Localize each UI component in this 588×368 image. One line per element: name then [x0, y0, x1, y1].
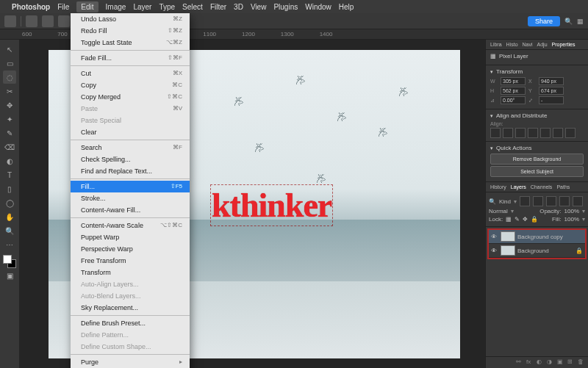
search-icon[interactable]: 🔍	[564, 18, 573, 25]
tab-histogram[interactable]: Histo	[506, 42, 518, 47]
menu-image[interactable]: Image	[106, 3, 126, 11]
width-input[interactable]	[501, 77, 526, 85]
mode-icon[interactable]	[42, 15, 54, 27]
tab-adjustments[interactable]: Adju	[537, 42, 548, 47]
mode-icon-2[interactable]	[58, 15, 70, 27]
lock-pixel-icon[interactable]: ✎	[514, 216, 520, 223]
zoom-tool-icon[interactable]: 🔍	[3, 224, 16, 237]
menu-3d[interactable]: 3D	[234, 3, 243, 11]
menu-item[interactable]: Fill...⇧F5	[71, 181, 190, 192]
new-layer-icon[interactable]: ⊞	[567, 358, 575, 366]
visibility-icon[interactable]: 👁	[491, 248, 498, 254]
menu-item[interactable]: Transform	[71, 267, 190, 278]
menu-item[interactable]: Copy Merged⇧⌘C	[71, 91, 190, 103]
align-top-icon[interactable]	[528, 128, 538, 138]
menu-item[interactable]: Define Brush Preset...	[71, 317, 190, 329]
align-left-icon[interactable]	[490, 128, 501, 138]
filter-pixel-icon[interactable]	[520, 196, 530, 206]
menu-item[interactable]: Copy⌘C	[71, 79, 190, 91]
tab-layers[interactable]: Layers	[511, 184, 526, 190]
menu-item[interactable]: Stroke...	[71, 192, 190, 204]
eraser-tool-icon[interactable]: ⌫	[3, 140, 16, 154]
filter-smart-icon[interactable]	[573, 196, 583, 206]
tab-navigator[interactable]: Navi	[523, 42, 533, 47]
skew-input[interactable]	[539, 96, 564, 104]
menu-item[interactable]: Clear	[71, 126, 190, 138]
filter-adjust-icon[interactable]	[533, 196, 543, 206]
menu-item[interactable]: Perspective Warp	[71, 243, 190, 255]
menu-select[interactable]: Select	[182, 3, 203, 11]
lock-trans-icon[interactable]: ▦	[506, 216, 512, 223]
menu-view[interactable]: View	[251, 3, 267, 11]
mask-icon[interactable]: ◐	[537, 358, 544, 366]
tab-history[interactable]: History	[490, 184, 506, 190]
align-right-icon[interactable]	[515, 128, 526, 138]
trash-icon[interactable]: 🗑	[578, 358, 585, 366]
chevron-down-icon[interactable]: ▾	[490, 69, 493, 75]
y-input[interactable]	[539, 87, 564, 95]
menu-edit[interactable]: Edit	[76, 1, 98, 12]
gradient-tool-icon[interactable]: ◐	[3, 154, 16, 167]
marquee-tool-icon[interactable]: ▭	[3, 57, 16, 70]
layer-name[interactable]: Background copy	[517, 234, 563, 240]
menu-layer[interactable]: Layer	[133, 3, 151, 11]
visibility-icon[interactable]: 👁	[491, 234, 498, 240]
align-vcenter-icon[interactable]	[540, 128, 551, 138]
healing-tool-icon[interactable]: ✦	[3, 112, 16, 126]
type-tool-icon[interactable]: T	[3, 168, 16, 181]
x-input[interactable]	[539, 77, 564, 85]
lock-all-icon[interactable]: 🔒	[531, 216, 538, 223]
menu-item[interactable]: Check Spelling...	[71, 154, 190, 165]
layer-row[interactable]: 👁 Background 🔒	[489, 244, 585, 258]
share-button[interactable]: Share	[528, 16, 560, 26]
menu-item[interactable]: Search⌘F	[71, 142, 190, 154]
hand-tool-icon[interactable]: ✋	[3, 210, 16, 223]
link-icon[interactable]: ⚯	[516, 358, 523, 366]
menu-item[interactable]: Redo Fill⇧⌘Z	[71, 25, 190, 37]
quick-mask-icon[interactable]: ▣	[3, 269, 16, 282]
tab-libraries[interactable]: Libra	[490, 42, 502, 47]
workspace-icon[interactable]: ▦	[577, 18, 584, 25]
menu-plugins[interactable]: Plugins	[273, 3, 298, 11]
align-bottom-icon[interactable]	[553, 128, 563, 138]
menu-type[interactable]: Type	[159, 3, 175, 11]
menu-item[interactable]: Purge▸	[71, 356, 190, 368]
move-tool-icon[interactable]: ↖	[3, 43, 16, 56]
fill-value[interactable]: 100%	[564, 216, 579, 223]
crop-tool-icon[interactable]: ✂	[3, 84, 16, 98]
menu-item[interactable]: Free Transform	[71, 255, 190, 267]
pen-tool-icon[interactable]: ▯	[3, 182, 16, 195]
blend-mode-select[interactable]: Normal	[489, 208, 508, 214]
menu-item[interactable]: Puppet Warp	[71, 231, 190, 243]
layer-row[interactable]: 👁 Background copy	[489, 230, 585, 244]
edit-toolbar-icon[interactable]: ⋯	[3, 238, 16, 251]
group-icon[interactable]: ▣	[557, 358, 564, 366]
tab-paths[interactable]: Paths	[556, 184, 570, 190]
brush-tool-icon[interactable]: ✎	[3, 126, 16, 140]
menu-window[interactable]: Window	[305, 3, 331, 11]
shape-tool-icon[interactable]: ◯	[3, 196, 16, 209]
menu-item[interactable]: Sky Replacement...	[71, 302, 190, 314]
remove-background-button[interactable]: Remove Background	[490, 154, 584, 165]
height-input[interactable]	[501, 87, 526, 95]
tool-preset-icon[interactable]	[26, 15, 37, 27]
menu-item[interactable]: Toggle Last State⌥⌘Z	[71, 37, 190, 48]
adjustment-icon[interactable]: ◑	[547, 358, 554, 366]
menu-item[interactable]: Cut⌘X	[71, 68, 190, 79]
tab-channels[interactable]: Channels	[531, 184, 553, 190]
filter-type-icon[interactable]	[546, 196, 556, 206]
fx-icon[interactable]: fx	[526, 358, 534, 366]
angle-input[interactable]	[501, 96, 526, 104]
select-subject-button[interactable]: Select Subject	[490, 166, 584, 177]
home-icon[interactable]	[4, 15, 16, 27]
menu-item[interactable]: Find and Replace Text...	[71, 165, 190, 177]
layer-thumbnail[interactable]	[501, 245, 515, 256]
menu-item[interactable]: Fade Fill...⇧⌘F	[71, 52, 190, 64]
layer-thumbnail[interactable]	[501, 231, 515, 242]
opacity-value[interactable]: 100%	[564, 208, 579, 214]
layer-name[interactable]: Background	[517, 248, 549, 254]
menu-help[interactable]: Help	[339, 3, 354, 11]
menu-file[interactable]: File	[57, 3, 69, 11]
lock-pos-icon[interactable]: ✥	[523, 216, 528, 223]
eyedropper-tool-icon[interactable]: ✥	[3, 98, 16, 112]
